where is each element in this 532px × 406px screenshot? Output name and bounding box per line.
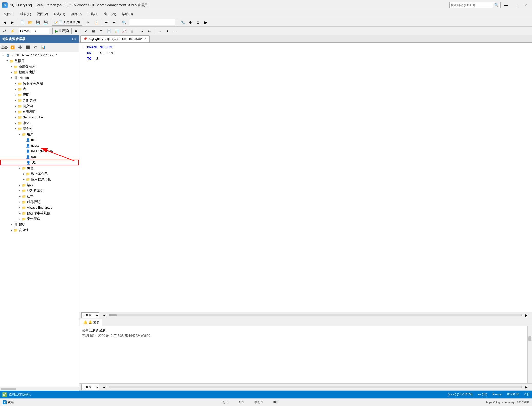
scroll-right-btn[interactable]: ▶ bbox=[523, 312, 530, 319]
tree-item-certs[interactable]: ▶ 📁 证书 bbox=[0, 194, 79, 199]
execute-button[interactable]: ▶ 执行(X) bbox=[52, 28, 72, 34]
sql-editor[interactable]: □ GRANT SELECT ON Student TO U1 bbox=[79, 43, 532, 312]
oe-filter-btn[interactable]: 🔽 bbox=[9, 44, 16, 51]
client-stats-btn[interactable]: 📈 bbox=[121, 27, 128, 35]
query-opts-btn[interactable]: ⋯ bbox=[171, 27, 179, 35]
menu-project[interactable]: 项目(P) bbox=[68, 10, 84, 18]
close-button[interactable]: ✕ bbox=[521, 2, 530, 9]
oe-add-btn[interactable]: ➕ bbox=[16, 44, 24, 51]
tree-item-service-broker[interactable]: ▶ 📁 Service Broker bbox=[0, 115, 79, 120]
tree-item-sym-keys[interactable]: ▶ 📁 对称密钥 bbox=[0, 199, 79, 205]
tree-item-storage[interactable]: ▶ 📁 存储 bbox=[0, 120, 79, 126]
expander-audit-spec[interactable]: ▶ bbox=[17, 211, 22, 215]
results-scrollbar[interactable] bbox=[527, 326, 532, 383]
tree-item-snapshots[interactable]: ▶ 📁 数据库快照 bbox=[0, 69, 79, 75]
expander-certs[interactable]: ▶ bbox=[17, 194, 22, 198]
expander-app-roles[interactable]: ▶ bbox=[22, 177, 26, 181]
copy-btn[interactable]: ✂ bbox=[85, 19, 92, 26]
tab-close-btn[interactable]: ✕ bbox=[144, 37, 147, 40]
tree-item-system-dbs[interactable]: ▶ 📁 系统数据库 bbox=[0, 64, 79, 69]
sqlcmd-btn[interactable]: ⊟ bbox=[128, 27, 136, 35]
expander-spj[interactable]: ▶ bbox=[9, 222, 13, 227]
expander-db-roles[interactable]: ▶ bbox=[22, 172, 26, 176]
results-file-btn[interactable]: 📄 bbox=[105, 27, 112, 35]
tree-item-roles[interactable]: ▼ 📁 角色 bbox=[0, 165, 79, 171]
expander-person[interactable]: ▼ bbox=[9, 76, 13, 80]
oe-pin-btn[interactable]: # × bbox=[71, 37, 77, 41]
editor-zoom-select[interactable]: 100 % bbox=[81, 312, 99, 318]
scroll-left-btn[interactable]: ◀ bbox=[100, 312, 108, 319]
oe-refresh-btn[interactable]: ↺ bbox=[32, 44, 39, 51]
indent-btn[interactable]: ⇥ bbox=[138, 27, 146, 35]
expander-asym-keys[interactable]: ▶ bbox=[17, 189, 22, 193]
tree-item-tables[interactable]: ▶ 📁 表 bbox=[0, 86, 79, 92]
comment-btn[interactable]: -- bbox=[156, 27, 163, 35]
tree-item-spj[interactable]: ▶ 🗄 SPJ bbox=[0, 222, 79, 227]
menu-window[interactable]: 窗口(W) bbox=[101, 10, 119, 18]
tree-item-databases[interactable]: ▼ 📁 数据库 bbox=[0, 58, 79, 64]
expander-ext-resources[interactable]: ▶ bbox=[13, 98, 17, 103]
tree-item-views[interactable]: ▶ 📁 视图 bbox=[0, 92, 79, 98]
stop-btn[interactable]: ■ bbox=[72, 27, 79, 35]
outdent-btn[interactable]: ⇤ bbox=[146, 27, 153, 35]
expander-users[interactable]: ▼ bbox=[17, 132, 22, 136]
results-tab-messages[interactable]: 🔔 🔔 消息 bbox=[80, 319, 102, 326]
oe-horizontal-scrollbar[interactable] bbox=[0, 387, 79, 391]
expander-always-encrypted[interactable]: ▶ bbox=[17, 206, 22, 210]
expander-root[interactable]: ▼ bbox=[1, 53, 5, 57]
save-btn[interactable]: 💾 bbox=[34, 19, 41, 26]
oe-connect-button[interactable]: 连接· bbox=[1, 44, 8, 51]
maximize-button[interactable]: □ bbox=[511, 2, 520, 9]
results-scroll-track[interactable] bbox=[109, 386, 522, 388]
new-query-button[interactable]: 📝 📄 新建查询(N) bbox=[52, 19, 82, 26]
expander-databases[interactable]: ▼ bbox=[5, 59, 9, 63]
results-text-btn[interactable]: ≡ bbox=[98, 27, 105, 35]
results-grid-btn[interactable]: ⊞ bbox=[90, 27, 97, 35]
results-scroll-left-btn[interactable]: ◀ bbox=[100, 383, 108, 391]
tree-item-always-encrypted[interactable]: ▶ 📁 Always Encrypted bbox=[0, 205, 79, 210]
expander-synonyms[interactable]: ▶ bbox=[13, 104, 17, 108]
tree-item-schemas[interactable]: ▶ 📁 架构 bbox=[0, 182, 79, 188]
tree-item-person[interactable]: ▼ 🗄 Person bbox=[0, 75, 79, 81]
expander-security[interactable]: ▼ bbox=[13, 127, 17, 131]
search-icon-btn[interactable]: 🔍 bbox=[493, 2, 499, 8]
expander-security-policies[interactable]: ▶ bbox=[17, 217, 22, 221]
menu-edit[interactable]: 编辑(E) bbox=[18, 10, 34, 18]
expander-views[interactable]: ▶ bbox=[13, 93, 17, 97]
tree-item-users[interactable]: ▼ 📁 用户 bbox=[0, 131, 79, 137]
menu-file[interactable]: 文件(F) bbox=[1, 10, 17, 18]
parse-btn[interactable]: ✓ bbox=[82, 27, 89, 35]
forward-button[interactable]: ▶ bbox=[9, 19, 16, 26]
menu-help[interactable]: 帮助(H) bbox=[119, 10, 136, 18]
expander-roles[interactable]: ▼ bbox=[17, 166, 22, 170]
results-scroll-right-btn[interactable]: ▶ bbox=[523, 383, 530, 391]
exec-plan-btn[interactable]: 📊 bbox=[113, 27, 120, 35]
editor-tab-active[interactable]: 📌 SQLQuery1.sql - (l...).Person (sa (53)… bbox=[80, 35, 150, 42]
minimize-button[interactable]: — bbox=[502, 2, 510, 9]
expander-schemas[interactable]: ▶ bbox=[17, 183, 22, 187]
tree-item-user-guest[interactable]: 👤 guest bbox=[0, 143, 79, 148]
expander-sym-keys[interactable]: ▶ bbox=[17, 200, 22, 204]
toolbar2-btn2[interactable]: ⚡ bbox=[9, 27, 16, 35]
expander-tables[interactable]: ▶ bbox=[13, 87, 17, 91]
expander-security2[interactable]: ▶ bbox=[9, 228, 13, 232]
menu-view[interactable]: 视图(V) bbox=[34, 10, 50, 18]
tree-item-synonyms[interactable]: ▶ 📁 同义词 bbox=[0, 103, 79, 109]
paste-btn[interactable]: 📋 bbox=[93, 19, 100, 26]
expander-diagrams[interactable]: ▶ bbox=[13, 82, 17, 86]
new-file-btn[interactable]: 📄 bbox=[19, 19, 26, 26]
uncomment-btn[interactable]: ✦ bbox=[164, 27, 171, 35]
open-btn[interactable]: 📂 bbox=[26, 19, 34, 26]
expander-programmability[interactable]: ▶ bbox=[13, 110, 17, 114]
tree-item-app-roles[interactable]: ▶ 📁 应用程序角色 bbox=[0, 177, 79, 182]
menu-query[interactable]: 查询(Q) bbox=[51, 10, 68, 18]
tree-item-programmability[interactable]: ▶ 📁 可编程性 bbox=[0, 109, 79, 115]
results-scroll-thumb[interactable] bbox=[528, 336, 531, 341]
tree-item-root[interactable]: ▼ 🖥 . (SQL Server 14.0.1000.169 - : ^ bbox=[0, 53, 79, 58]
search2-btn[interactable]: 🔍 bbox=[120, 19, 128, 26]
undo-btn[interactable]: ↩ bbox=[103, 19, 110, 26]
tree-item-ext-resources[interactable]: ▶ 📁 外部资源 bbox=[0, 98, 79, 103]
tree-item-user-dbo[interactable]: 👤 dbo bbox=[0, 137, 79, 143]
oe-chart-btn[interactable]: 📊 bbox=[39, 44, 47, 51]
search-input[interactable] bbox=[129, 19, 170, 25]
